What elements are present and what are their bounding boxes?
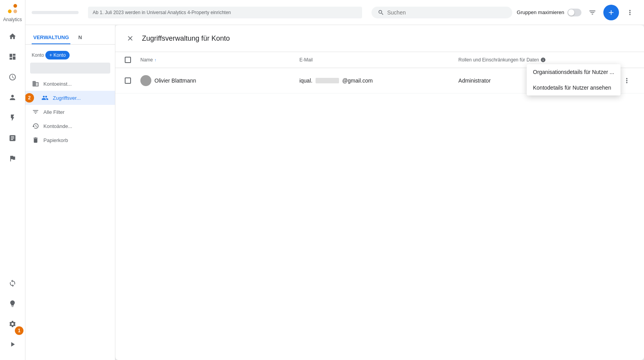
user-role: Administrator	[458, 77, 490, 84]
konto-label: Konto	[32, 52, 44, 58]
page-title	[32, 11, 79, 14]
col-roles-label: Rollen und Einschränkungen für Daten	[458, 57, 539, 63]
svg-point-1	[13, 4, 17, 7]
menu-label-kontoeinst: Kontoeinst...	[43, 81, 72, 87]
select-all-checkbox[interactable]	[125, 57, 131, 63]
notification-banner: Ab 1. Juli 2023 werden in Universal Anal…	[88, 7, 362, 18]
sidebar-item-clock[interactable]	[3, 68, 22, 86]
menu-item-papierkorb[interactable]: Papierkorb	[25, 133, 115, 147]
app-logo	[7, 3, 18, 15]
menu-item-alle-filter[interactable]: Alle Filter	[25, 105, 115, 119]
gruppen-label: Gruppen maximieren	[517, 9, 564, 15]
toggle-knob	[568, 9, 574, 16]
menu-item-kontoeinst[interactable]: Kontoeinst...	[25, 77, 115, 91]
sidebar-item-lightbulb[interactable]	[3, 294, 22, 313]
trash-icon	[32, 136, 39, 144]
context-menu: Organisationsdetails für Nutzer ... Kont…	[527, 64, 621, 95]
konto-add-button[interactable]: + Konto	[45, 51, 70, 59]
menu-label-zugriffsver: Zugriffsver...	[53, 95, 81, 101]
main-area: Ab 1. Juli 2023 werden in Universal Anal…	[25, 0, 644, 360]
user-avatar	[140, 75, 151, 86]
row-email-cell: iqual.@gmail.com	[296, 73, 456, 88]
more-menu-container: 3	[619, 73, 635, 88]
dialog-close-button[interactable]	[123, 31, 137, 45]
account-name-bar	[30, 63, 110, 74]
sort-asc-icon: ↑	[154, 58, 156, 62]
email-blur	[316, 78, 339, 83]
menu-label-alle-filter: Alle Filter	[43, 109, 65, 115]
svg-point-2	[13, 9, 17, 13]
sidebar-item-link[interactable]	[3, 274, 22, 293]
sidebar-nav	[0, 27, 25, 274]
menu-item-kontoaende[interactable]: Kontoände...	[25, 119, 115, 133]
row-name-cell: Olivier Blattmann	[137, 70, 296, 91]
admin-sidebar: VERWALTUNG N Konto + Konto Kontoeinst...…	[25, 25, 115, 360]
sidebar-item-person[interactable]	[3, 88, 22, 107]
step1-badge: 1	[15, 326, 23, 335]
email-suffix: @gmail.com	[342, 77, 373, 84]
search-bar[interactable]	[371, 7, 512, 18]
search-icon	[378, 9, 384, 16]
info-icon	[540, 57, 546, 63]
svg-point-0	[8, 9, 11, 13]
admin-tabs: VERWALTUNG N	[25, 31, 115, 45]
tab-verwaltung[interactable]: VERWALTUNG	[32, 31, 70, 44]
context-menu-item-org[interactable]: Organisationsdetails für Nutzer ...	[527, 64, 621, 80]
col-header-email: E-Mail	[296, 52, 456, 67]
step2-badge: 2	[25, 93, 34, 103]
sidebar-item-report[interactable]	[3, 129, 22, 148]
col-header-name: Name ↑	[137, 52, 296, 67]
search-input[interactable]	[387, 9, 506, 16]
col-header-actions	[614, 55, 638, 65]
sidebar-item-settings[interactable]: 1	[3, 315, 22, 333]
filter-button[interactable]	[585, 5, 600, 20]
users-icon	[41, 94, 49, 102]
content-area: Zugriffsverwaltung für Konto Name ↑ E-Ma…	[115, 25, 644, 360]
col-header-checkbox	[122, 52, 137, 68]
toggle-switch[interactable]	[567, 9, 581, 16]
admin-panel: VERWALTUNG N Konto + Konto Kontoeinst...…	[25, 25, 644, 360]
col-email-label: E-Mail	[300, 57, 313, 63]
sidebar-item-expand[interactable]	[3, 335, 22, 354]
sidebar-item-bolt[interactable]	[3, 108, 22, 127]
app-name: Analytics	[3, 17, 22, 22]
row-more-button[interactable]	[619, 73, 635, 88]
row-checkbox-cell	[122, 73, 137, 88]
context-menu-item-konto[interactable]: Kontodetails für Nutzer ansehen	[527, 80, 621, 95]
menu-item-zugriffsver[interactable]: 2 Zugriffsver...	[25, 91, 115, 105]
sidebar-bottom: 1	[3, 274, 22, 357]
sidebar-item-home[interactable]	[3, 27, 22, 46]
history-icon	[32, 122, 39, 130]
tab-n[interactable]: N	[77, 31, 83, 44]
user-name: Olivier Blattmann	[154, 77, 196, 84]
sidebar-item-flag[interactable]	[3, 149, 22, 168]
email-prefix: iqual.	[300, 77, 312, 84]
more-options-button[interactable]	[622, 5, 638, 20]
menu-label-kontoaende: Kontoände...	[43, 123, 72, 129]
row-checkbox[interactable]	[125, 77, 131, 84]
menu-label-papierkorb: Papierkorb	[43, 137, 68, 143]
sidebar: Analytics	[0, 0, 25, 360]
sidebar-item-dashboard[interactable]	[3, 47, 22, 66]
col-name-label: Name	[140, 57, 153, 63]
dialog-header: Zugriffsverwaltung für Konto	[115, 25, 644, 52]
building-icon	[32, 80, 39, 88]
dialog-title: Zugriffsverwaltung für Konto	[142, 34, 230, 43]
konto-row: Konto + Konto	[25, 49, 115, 63]
filter-icon	[32, 108, 39, 116]
add-button[interactable]	[603, 5, 619, 20]
top-bar-actions: Gruppen maximieren	[517, 5, 638, 20]
top-bar: Ab 1. Juli 2023 werden in Universal Anal…	[25, 0, 644, 25]
